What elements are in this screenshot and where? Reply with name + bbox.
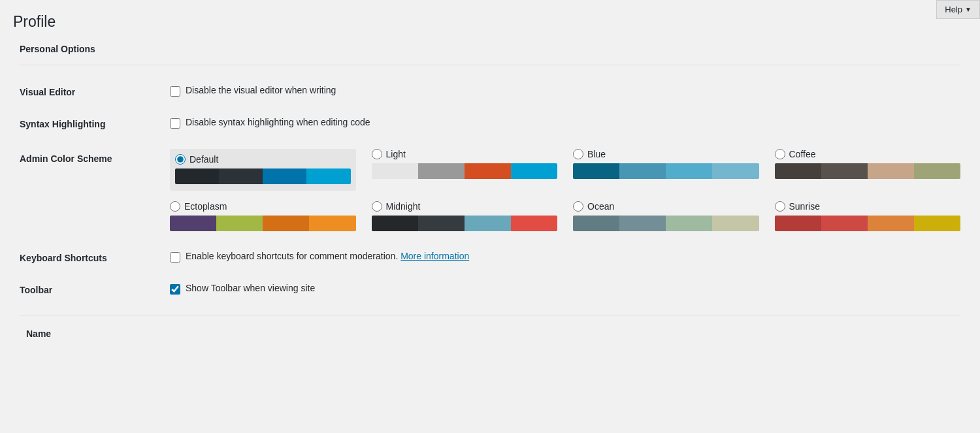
visual-editor-field: Disable the visual editor when writing (170, 85, 960, 97)
more-information-link[interactable]: More information (400, 251, 469, 261)
personal-options-title: Personal Options (20, 44, 960, 54)
help-button[interactable]: Help ▼ (936, 0, 980, 19)
keyboard-shortcuts-text: Enable keyboard shortcuts for comment mo… (186, 251, 398, 261)
color-scheme-option-light[interactable]: Light (372, 149, 558, 191)
color-scheme-option-ectoplasm[interactable]: Ectoplasm (170, 201, 356, 231)
syntax-highlighting-label: Syntax Highlighting (20, 119, 105, 129)
visual-editor-label: Visual Editor (20, 87, 75, 97)
color-scheme-option-midnight[interactable]: Midnight (372, 201, 558, 231)
color-swatches-sunrise (775, 216, 961, 231)
color-swatches-ocean (573, 216, 759, 231)
swatch-sunrise-2 (868, 216, 914, 231)
swatch-light-0 (372, 163, 418, 179)
color-scheme-radio-ectoplasm[interactable] (170, 201, 180, 212)
color-scheme-name-coffee: Coffee (789, 149, 816, 159)
swatch-coffee-1 (821, 163, 868, 179)
swatch-light-3 (511, 163, 557, 179)
color-swatches-default (175, 168, 351, 184)
visual-editor-checkbox[interactable] (170, 86, 180, 97)
color-scheme-name-ectoplasm: Ectoplasm (184, 201, 227, 212)
swatch-coffee-2 (868, 163, 914, 179)
syntax-highlighting-checkbox-label[interactable]: Disable syntax highlighting when editing… (186, 117, 370, 127)
form-table: Personal Options Visual Editor Disable t… (13, 44, 967, 349)
help-chevron-icon: ▼ (965, 6, 972, 13)
toolbar-checkbox-label[interactable]: Show Toolbar when viewing site (186, 283, 315, 293)
swatch-blue-1 (619, 163, 666, 179)
color-swatches-light (372, 163, 558, 179)
color-scheme-label-midnight: Midnight (372, 201, 558, 212)
swatch-ectoplasm-2 (263, 216, 309, 231)
admin-color-scheme-label: Admin Color Scheme (20, 153, 112, 164)
color-scheme-label-coffee: Coffee (775, 149, 961, 159)
name-heading-row: Name (13, 305, 967, 349)
keyboard-shortcuts-label: Keyboard Shortcuts (20, 253, 107, 263)
swatch-default-2 (263, 168, 306, 184)
swatch-ocean-3 (712, 216, 759, 231)
color-scheme-option-coffee[interactable]: Coffee (775, 149, 961, 191)
color-scheme-label-ocean: Ocean (573, 201, 759, 212)
color-swatches-ectoplasm (170, 216, 356, 231)
swatch-blue-3 (712, 163, 759, 179)
color-scheme-option-blue[interactable]: Blue (573, 149, 759, 191)
swatch-blue-0 (573, 163, 619, 179)
color-scheme-radio-ocean[interactable] (573, 201, 583, 212)
color-scheme-name-light: Light (386, 149, 406, 159)
swatch-sunrise-3 (914, 216, 960, 231)
personal-options-heading-row: Personal Options (13, 44, 967, 75)
color-scheme-option-default[interactable]: Default (170, 149, 356, 191)
color-scheme-option-ocean[interactable]: Ocean (573, 201, 759, 231)
color-scheme-label-blue: Blue (573, 149, 759, 159)
page-title: Profile (13, 13, 967, 31)
color-scheme-grid: DefaultLightBlueCoffeeEctoplasmMidnightO… (170, 149, 960, 231)
color-scheme-radio-midnight[interactable] (372, 201, 382, 212)
swatch-midnight-3 (511, 216, 557, 231)
color-swatches-blue (573, 163, 759, 179)
color-scheme-radio-sunrise[interactable] (775, 201, 785, 212)
color-scheme-radio-blue[interactable] (573, 149, 583, 159)
color-scheme-radio-default[interactable] (175, 154, 186, 165)
visual-editor-checkbox-label[interactable]: Disable the visual editor when writing (186, 85, 336, 95)
swatch-blue-2 (666, 163, 712, 179)
syntax-highlighting-field: Disable syntax highlighting when editing… (170, 117, 960, 129)
color-scheme-label-light: Light (372, 149, 558, 159)
swatch-ectoplasm-3 (309, 216, 355, 231)
syntax-highlighting-checkbox[interactable] (170, 118, 180, 129)
toolbar-checkbox[interactable] (170, 284, 180, 295)
color-scheme-radio-light[interactable] (372, 149, 382, 159)
color-scheme-radio-coffee[interactable] (775, 149, 785, 159)
swatch-light-1 (418, 163, 465, 179)
swatch-midnight-0 (372, 216, 418, 231)
swatch-ocean-1 (619, 216, 666, 231)
color-scheme-option-sunrise[interactable]: Sunrise (775, 201, 961, 231)
color-scheme-name-ocean: Ocean (587, 201, 614, 212)
toolbar-row: Toolbar Show Toolbar when viewing site (13, 273, 967, 305)
color-scheme-label-default: Default (175, 154, 351, 165)
toolbar-field: Show Toolbar when viewing site (170, 283, 960, 295)
swatch-coffee-3 (914, 163, 960, 179)
name-section-title: Name (20, 319, 960, 349)
swatch-light-2 (465, 163, 511, 179)
name-divider (20, 315, 960, 315)
keyboard-shortcuts-row: Keyboard Shortcuts Enable keyboard short… (13, 241, 967, 273)
color-scheme-name-blue: Blue (587, 149, 606, 159)
swatch-ocean-0 (573, 216, 619, 231)
color-scheme-name-sunrise: Sunrise (789, 201, 820, 212)
color-scheme-label-sunrise: Sunrise (775, 201, 961, 212)
color-swatches-midnight (372, 216, 558, 231)
toolbar-label: Toolbar (20, 285, 52, 295)
admin-color-scheme-row: Admin Color Scheme DefaultLightBlueCoffe… (13, 139, 967, 241)
section-divider (20, 65, 960, 65)
color-scheme-label-ectoplasm: Ectoplasm (170, 201, 356, 212)
swatch-midnight-1 (418, 216, 465, 231)
swatch-default-3 (306, 168, 350, 184)
color-scheme-name-midnight: Midnight (386, 201, 421, 212)
swatch-coffee-0 (775, 163, 821, 179)
swatch-default-1 (219, 168, 263, 184)
swatch-sunrise-0 (775, 216, 821, 231)
swatch-sunrise-1 (821, 216, 868, 231)
keyboard-shortcuts-checkbox[interactable] (170, 252, 180, 263)
swatch-ectoplasm-0 (170, 216, 216, 231)
help-label: Help (945, 5, 962, 14)
swatch-midnight-2 (465, 216, 511, 231)
swatch-ocean-2 (666, 216, 712, 231)
